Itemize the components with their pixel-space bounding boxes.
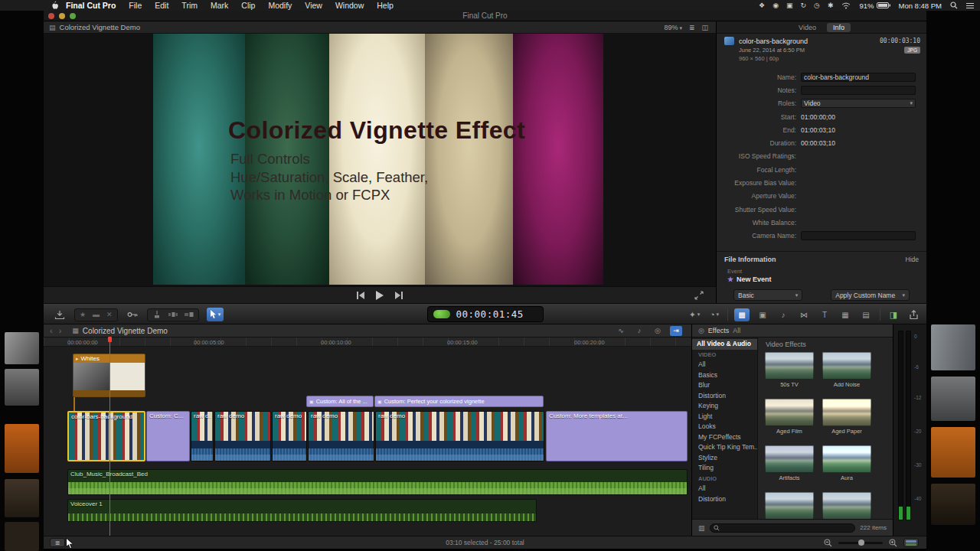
hide-button[interactable]: Hide: [906, 256, 919, 263]
timeline-clip[interactable]: raw demo: [308, 411, 374, 461]
effect-preview-image[interactable]: [822, 492, 871, 519]
effects-category-audio-distortion[interactable]: Distortion: [692, 494, 757, 505]
rate-favorite-button[interactable]: ★: [80, 311, 86, 318]
timeline-clip[interactable]: Custom: C...: [146, 411, 190, 461]
event-row[interactable]: ★ New Event: [717, 276, 926, 283]
field-input[interactable]: [801, 231, 916, 240]
effect-thumbnail-item[interactable]: 50s TV: [765, 352, 814, 388]
append-clip-button[interactable]: [185, 311, 194, 318]
zoom-in-icon[interactable]: [889, 539, 897, 547]
effect-preview-image[interactable]: [765, 492, 814, 519]
timeline-back-button[interactable]: ‹: [50, 326, 53, 335]
transition-preset-dropdown[interactable]: Basic▾: [733, 289, 802, 301]
effects-filter[interactable]: All: [733, 327, 740, 334]
field-input[interactable]: color-bars-background: [801, 73, 916, 82]
zoom-slider[interactable]: [838, 542, 883, 544]
effect-preview-image[interactable]: [822, 352, 871, 380]
two-up-viewer-button[interactable]: ◨: [887, 308, 900, 321]
rate-unrate-button[interactable]: ▬: [93, 311, 100, 318]
menu-item-window[interactable]: Window: [335, 1, 364, 10]
menu-item-trim[interactable]: Trim: [181, 1, 198, 10]
timeline-clip[interactable]: color-bars-background: [67, 411, 145, 461]
effect-preview-image[interactable]: [765, 399, 814, 426]
dashboard[interactable]: 00:00:01:45: [427, 306, 544, 322]
effect-preview-image[interactable]: [765, 445, 814, 473]
menu-item-modify[interactable]: Modify: [268, 1, 292, 10]
battery-status[interactable]: 91%: [859, 2, 890, 10]
effect-preview-image[interactable]: [822, 445, 871, 473]
menu-extra-1-icon[interactable]: ❖: [759, 2, 765, 9]
notification-center-icon[interactable]: [966, 2, 974, 9]
next-frame-button[interactable]: [394, 292, 403, 299]
wifi-icon[interactable]: [841, 2, 851, 9]
tab-info[interactable]: Info: [827, 23, 851, 32]
effects-collection-all-video-audio[interactable]: All Video & Audio: [692, 339, 757, 350]
playhead[interactable]: [109, 337, 110, 536]
background-tasks-indicator[interactable]: [433, 310, 450, 318]
zoom-slider-thumb[interactable]: [858, 540, 864, 546]
effects-category-light[interactable]: Light: [692, 412, 757, 422]
effects-category-my-fcpeffects[interactable]: My FCPeffects: [692, 432, 757, 443]
timeline-clip[interactable]: raw demo: [272, 411, 307, 461]
time-machine-icon[interactable]: ◷: [814, 2, 820, 9]
timeline-clip[interactable]: raw demo: [214, 411, 271, 461]
connected-title-clip[interactable]: ▣ Custom: Perfect your colorized vignett…: [374, 396, 544, 407]
audio-clip-music[interactable]: Club_Music_Broadcast_Bed: [67, 469, 688, 495]
effects-category-blur[interactable]: Blur: [692, 380, 757, 391]
effect-thumbnail-item[interactable]: [765, 492, 814, 519]
solo-toggle[interactable]: ◎: [652, 326, 664, 336]
display-options-icon[interactable]: ◫: [701, 24, 708, 31]
menu-item-edit[interactable]: Edit: [155, 1, 168, 10]
connect-clip-button[interactable]: [152, 311, 162, 318]
generators-browser-button[interactable]: ▦: [838, 308, 853, 321]
menu-item-mark[interactable]: Mark: [211, 1, 228, 10]
zoom-out-icon[interactable]: [824, 539, 832, 547]
tab-video[interactable]: Video: [792, 23, 822, 32]
themes-browser-button[interactable]: ▤: [858, 308, 874, 321]
effect-thumbnail-item[interactable]: Aged Film: [765, 399, 814, 435]
apple-menu[interactable]: [51, 1, 58, 10]
snapping-toggle[interactable]: ⇥: [670, 326, 682, 336]
audio-clip-voiceover[interactable]: Voiceover 1: [67, 499, 537, 522]
field-select[interactable]: Video▾: [801, 99, 916, 108]
previous-frame-button[interactable]: [356, 292, 365, 299]
effects-category-all[interactable]: All: [692, 360, 757, 370]
timeline-forward-button[interactable]: ›: [59, 326, 62, 335]
sync-icon[interactable]: ↻: [801, 2, 807, 9]
insert-clip-button[interactable]: [168, 311, 178, 318]
effect-preview-image[interactable]: [822, 399, 871, 426]
effects-category-keying[interactable]: Keying: [692, 401, 757, 412]
effect-thumbnail-item[interactable]: Aged Paper: [822, 399, 871, 435]
share-button[interactable]: [906, 308, 920, 321]
music-browser-button[interactable]: ♪: [776, 308, 791, 321]
timeline-clip[interactable]: raw demo: [375, 411, 544, 461]
audio-skimming-toggle[interactable]: ♪: [633, 326, 645, 336]
rate-reject-button[interactable]: ✕: [106, 311, 113, 318]
titles-browser-button[interactable]: T: [817, 308, 832, 321]
viewer-zoom-select[interactable]: 89%▾: [664, 24, 682, 31]
bluetooth-icon[interactable]: ✱: [828, 2, 834, 9]
app-menu[interactable]: Final Cut Pro: [66, 1, 116, 10]
connected-title-clip[interactable]: ▣ Custom: All of the ...: [306, 396, 374, 407]
display-icon[interactable]: ▣: [786, 2, 793, 9]
window-titlebar[interactable]: Final Cut Pro: [44, 11, 926, 21]
effects-category-distortion[interactable]: Distortion: [692, 391, 757, 402]
fullscreen-icon[interactable]: [694, 291, 704, 300]
effects-category-stylize[interactable]: Stylize: [692, 453, 757, 464]
menu-extra-2-icon[interactable]: ◉: [773, 2, 779, 9]
effects-category-audio-all[interactable]: All: [692, 484, 757, 494]
audio-meters[interactable]: 0-6-12-20-30-40: [893, 324, 926, 536]
clip-appearance-button[interactable]: [903, 538, 919, 547]
effect-preview-image[interactable]: [765, 352, 814, 380]
effects-browser-button[interactable]: ▩: [734, 308, 750, 321]
field-input[interactable]: [801, 86, 916, 95]
effects-search-field[interactable]: [710, 523, 856, 533]
timeline-pane[interactable]: ‹ › ▦ Colorized Vignette Demo ∿♪◎⇥ 00:00…: [44, 324, 691, 536]
import-media-button[interactable]: [53, 308, 67, 321]
menu-item-view[interactable]: View: [305, 1, 322, 10]
effects-category-quick-tip-king-tem-[interactable]: Quick Tip King Tem...: [692, 442, 757, 453]
menu-clock[interactable]: Mon 8:48 PM: [899, 2, 942, 10]
effects-category-looks[interactable]: Looks: [692, 422, 757, 432]
tool-select-button[interactable]: ▾: [207, 308, 224, 321]
menu-item-file[interactable]: File: [129, 1, 142, 10]
